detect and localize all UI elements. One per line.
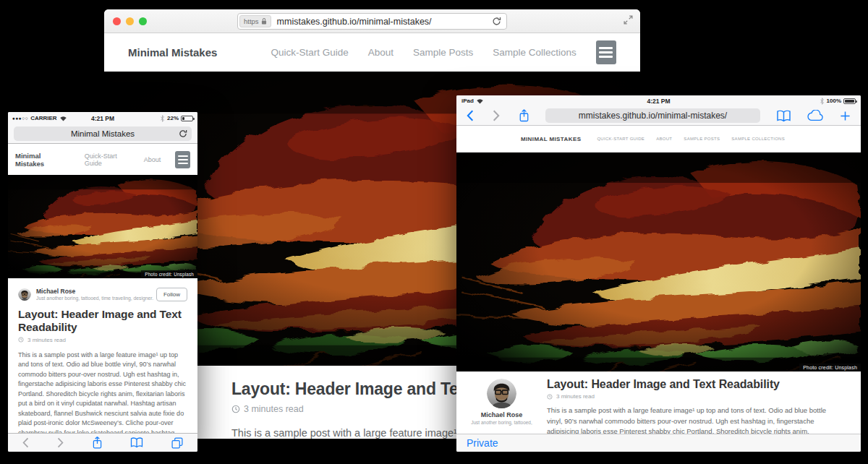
ipad-address-field[interactable]: mmistakes.github.io/minimal-mistakes/ [545,108,760,123]
battery-icon [843,98,856,104]
clock-icon [231,405,240,413]
clock-icon [547,394,553,400]
battery-percent: 22% [167,115,179,121]
status-time: 4:21 PM [456,98,861,105]
post-title: Layout: Header Image and Text Readabilit… [18,308,187,334]
site-title-link[interactable]: Minimal Mistakes [128,46,217,59]
zoom-window-button[interactable] [139,17,147,25]
new-tab-icon[interactable] [840,111,851,121]
follow-button[interactable]: Follow [156,288,187,301]
author-name: Michael Rose [36,288,156,295]
nav-link-about[interactable]: ABOUT [656,137,672,141]
nav-link-sample-collections[interactable]: Sample Collections [493,47,576,58]
iphone-post-content: Michael Rose Just another boring, tattoo… [8,278,197,452]
nav-link-sample-collections[interactable]: SAMPLE COLLECTIONS [731,137,785,141]
author-avatar [18,288,31,301]
reload-icon[interactable] [179,129,187,138]
site-title-link[interactable]: Minimal Mistakes [15,152,64,168]
nav-link-sample-posts[interactable]: SAMPLE POSTS [684,137,720,141]
nav-link-about[interactable]: About [144,156,161,163]
tabs-icon[interactable] [171,437,183,449]
post-paragraph-1: This is a sample post with a large featu… [18,351,187,439]
bookmarks-icon[interactable] [130,437,143,448]
https-label: https [244,17,259,25]
nav-link-quick-start-guide[interactable]: Quick-Start Guide [85,152,129,167]
iphone-safari-window: ●●●○○ CARRIER 4:21 PM 22% Minimal Mistak… [8,112,197,452]
iphone-bottom-toolbar [8,433,197,452]
forward-icon[interactable] [493,110,500,121]
bookmarks-icon[interactable] [776,110,791,122]
window-controls [113,17,147,25]
desktop-browser-chrome: https mmistakes.github.io/minimal-mistak… [104,9,640,33]
https-badge: https [239,15,271,27]
private-browsing-bar: Private [456,434,861,452]
feature-image: Photo credit: Unsplash [8,175,197,278]
site-title-link[interactable]: MINIMAL MISTAKES [521,136,581,142]
post-title: Layout: Header Image and Text Readabilit… [547,378,830,391]
back-icon[interactable] [22,437,29,448]
reload-icon[interactable] [492,17,501,26]
menu-toggle-button[interactable] [175,151,190,168]
back-icon[interactable] [467,110,474,121]
composite-background: https mmistakes.github.io/minimal-mistak… [0,0,868,464]
author-row: Michael Rose Just another boring, tattoo… [18,288,187,301]
share-icon[interactable] [92,436,103,450]
avatar-portrait [18,288,31,301]
author-name: Michael Rose [481,411,523,418]
nav-link-about[interactable]: About [368,47,393,58]
ipad-safari-window: iPad 4:21 PM 100% mmistakes.github.io/mi… [456,95,861,452]
iphone-status-bar: ●●●○○ CARRIER 4:21 PM 22% [8,112,197,124]
address-bar[interactable]: https mmistakes.github.io/minimal-mistak… [237,13,507,30]
desktop-site-masthead: Minimal Mistakes Quick-Start Guide About… [104,33,640,72]
ipad-url-text: mmistakes.github.io/minimal-mistakes/ [579,111,727,121]
read-time: 3 minutes read [556,393,595,400]
photo-credit-badge: Photo credit: Unsplash [799,364,861,371]
dried-leaves-photo [456,152,861,371]
lock-icon [261,17,267,25]
author-sidebar: Michael Rose Just another boring, tattoo… [456,378,547,440]
read-time: 3 minutes read [27,337,66,343]
battery-icon [181,116,193,121]
nav-link-quick-start-guide[interactable]: QUICK-START GUIDE [597,137,644,141]
post-meta: 3 minutes read [547,393,830,400]
url-text: mmistakes.github.io/minimal-mistakes/ [271,17,492,27]
private-label[interactable]: Private [467,437,498,449]
ipad-post-content: Michael Rose Just another boring, tattoo… [456,371,861,440]
avatar-portrait [487,379,516,408]
fullscreen-expand-icon[interactable] [624,15,633,25]
icloud-tabs-icon[interactable] [807,110,824,121]
feature-image: Photo credit: Unsplash [456,152,861,371]
iphone-site-masthead: Minimal Mistakes Quick-Start Guide About [8,144,197,175]
battery-percent: 100% [827,98,841,104]
minimize-window-button[interactable] [126,17,134,25]
dried-leaves-photo [8,175,197,278]
author-bio: Just another boring, tattooed, time trav… [36,296,156,301]
photo-credit-badge: Photo credit: Unsplash [141,270,197,278]
ipad-site-masthead: MINIMAL MISTAKES QUICK-START GUIDE ABOUT… [456,126,861,152]
menu-toggle-button[interactable] [596,40,616,64]
forward-icon[interactable] [57,437,64,448]
clock-icon [18,337,24,343]
iphone-url-row: Minimal Mistakes [8,124,197,144]
ipad-status-bar: iPad 4:21 PM 100% [456,95,861,106]
ipad-toolbar: mmistakes.github.io/minimal-mistakes/ [456,106,861,126]
read-time: 3 minutes read [244,404,304,414]
author-avatar [487,379,516,408]
iphone-address-field[interactable]: Minimal Mistakes [14,126,192,141]
nav-link-quick-start-guide[interactable]: Quick-Start Guide [271,47,348,58]
share-icon[interactable] [519,108,529,123]
author-bio: Just another boring, tattooed, [471,420,532,425]
close-window-button[interactable] [113,17,121,25]
bluetooth-icon [160,115,165,122]
post-meta: 3 minutes read [18,337,187,343]
iphone-url-title: Minimal Mistakes [71,129,135,138]
nav-link-sample-posts[interactable]: Sample Posts [413,47,473,58]
bluetooth-icon [820,98,825,105]
